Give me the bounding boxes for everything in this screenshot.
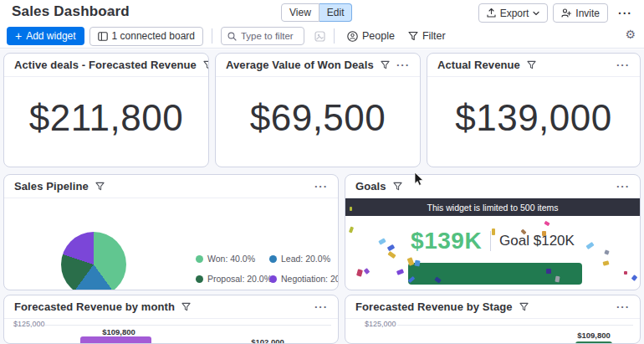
confetti-piece [492,228,495,235]
kpi-card-actual-revenue: Actual Revenue ··· $139,000 [427,53,641,167]
pie-chart[interactable] [61,232,126,290]
goals-widget: Goals ··· This widget is limited to 500 … [345,174,641,290]
legend-dot [196,275,203,283]
widget-menu-icon[interactable]: ··· [616,180,630,193]
filter-search-box[interactable] [221,27,304,45]
edit-button[interactable]: Edit [319,3,353,22]
widget-title: Active deals - Forecasted Revenue [14,59,197,71]
kpi-value: $139,000 [455,97,612,139]
y-axis-tick: $125,000 [13,320,45,328]
invite-person-icon [561,8,571,18]
revenue-by-month-widget: Forecasted Revenue by month ··· $125,000… [3,295,339,344]
widget-filter-icon[interactable] [181,302,191,311]
revenue-by-stage-widget: Forecasted Revenue by Stage ··· $125,000… [345,295,641,344]
widget-filter-icon[interactable] [381,60,390,69]
pie-chart-area: Won: 40.0% Lead: 20.0% Proposal: 20.0% N… [4,198,338,290]
dashboard-toolbar: + Add widget 1 connected board People Fi… [0,24,644,49]
legend-item-lead[interactable]: Lead: 20.0% [269,254,339,264]
widget-menu-icon[interactable]: ··· [314,180,328,193]
search-icon [227,32,237,41]
view-button[interactable]: View [281,3,319,22]
app-header: Sales Dashboard ☆ View Edit Export Invit… [0,0,644,24]
widget-menu-icon[interactable]: ··· [396,59,410,71]
person-circle-icon [347,31,358,42]
widget-title: Average Value of Won Deals [226,59,374,71]
widget-filter-icon[interactable] [519,302,529,311]
confetti-piece [542,231,546,236]
widget-title: Actual Revenue [437,59,520,71]
goal-divider [490,231,491,251]
bar-value-label: $109,800 [102,327,135,336]
kpi-card-forecasted-revenue: Active deals - Forecasted Revenue ··· $2… [3,53,209,167]
kpi-value: $211,800 [29,97,183,139]
bar-value-label: $109,800 [577,331,611,340]
confetti-piece [602,260,609,266]
confetti-piece [364,268,371,275]
people-filter-button[interactable]: People [343,28,399,44]
chevron-down-icon [533,11,539,16]
legend-dot [269,255,277,263]
filter-button[interactable]: Filter [404,28,450,44]
invite-button[interactable]: Invite [553,3,608,23]
confetti-piece [544,221,549,226]
legend-dot [269,275,277,283]
y-axis-tick: $125,000 [365,320,396,328]
header-more-menu[interactable]: ··· [613,7,637,20]
widget-filter-icon[interactable] [203,60,209,69]
plus-icon: + [15,30,22,42]
confetti-piece [624,271,627,275]
widget-title: Sales Pipeline [14,180,89,193]
bar-chart-area: $125,000 $109,800 [345,319,640,344]
widget-limit-banner: This widget is limited to 500 items [345,198,640,216]
save-filter-icon [314,31,325,42]
bar-month-1[interactable] [80,336,151,344]
widget-menu-icon[interactable]: ··· [616,59,630,71]
dashboard-board: Active deals - Forecasted Revenue ··· $2… [0,49,644,344]
confetti-piece [414,260,420,267]
confetti-piece [350,207,352,211]
view-edit-toggle: View Edit [281,3,352,22]
goal-target-value: Goal $120K [499,233,575,249]
add-widget-button[interactable]: + Add widget [7,27,84,45]
favorite-star-icon[interactable]: ☆ [105,5,115,18]
board-icon [98,32,108,41]
legend-item-negotiation[interactable]: Negotiation: 20.0% [269,274,339,284]
legend-item-won[interactable]: Won: 40.0% [196,254,269,264]
bar-chart-area: $125,000 $109,800 $102,000 [4,319,338,344]
widget-filter-icon[interactable] [95,182,105,191]
legend-dot [196,255,203,263]
widget-menu-icon[interactable]: ··· [314,300,328,313]
export-button[interactable]: Export [478,3,549,23]
search-input[interactable] [241,31,299,41]
gridline [44,325,331,326]
bar-value-label: $102,000 [251,337,284,344]
pie-legend: Won: 40.0% Lead: 20.0% Proposal: 20.0% N… [196,254,339,284]
widget-filter-icon[interactable] [393,182,402,191]
confetti-piece [396,269,404,275]
widget-menu-icon[interactable]: ··· [616,300,630,313]
header-actions: Export Invite ··· [478,3,637,23]
funnel-icon [408,31,418,41]
gridline [397,325,633,326]
kpi-value: $69,500 [250,97,386,139]
legend-item-proposal[interactable]: Proposal: 20.0% [196,274,269,284]
widget-title: Goals [355,180,386,193]
goal-current-value: $139K [411,228,482,254]
confetti-piece [356,269,363,276]
sales-pipeline-widget: Sales Pipeline ··· Won: 40.0% Lead: 20.0… [3,174,339,290]
dashboard-settings-gear-icon[interactable]: ⚙ [625,28,636,41]
confetti-piece [546,269,551,274]
widget-filter-icon[interactable] [527,60,536,69]
widget-title: Forecasted Revenue by Stage [355,300,513,313]
toolbar-divider-2 [334,28,335,44]
export-icon [487,8,496,18]
kpi-card-avg-won-deals: Average Value of Won Deals ··· $69,500 [215,53,421,167]
toolbar-divider [212,28,212,44]
goals-body: $139K Goal $120K [345,216,640,290]
connected-board-button[interactable]: 1 connected board [89,27,203,46]
widget-title: Forecasted Revenue by month [14,300,175,313]
confetti-piece [631,275,638,281]
